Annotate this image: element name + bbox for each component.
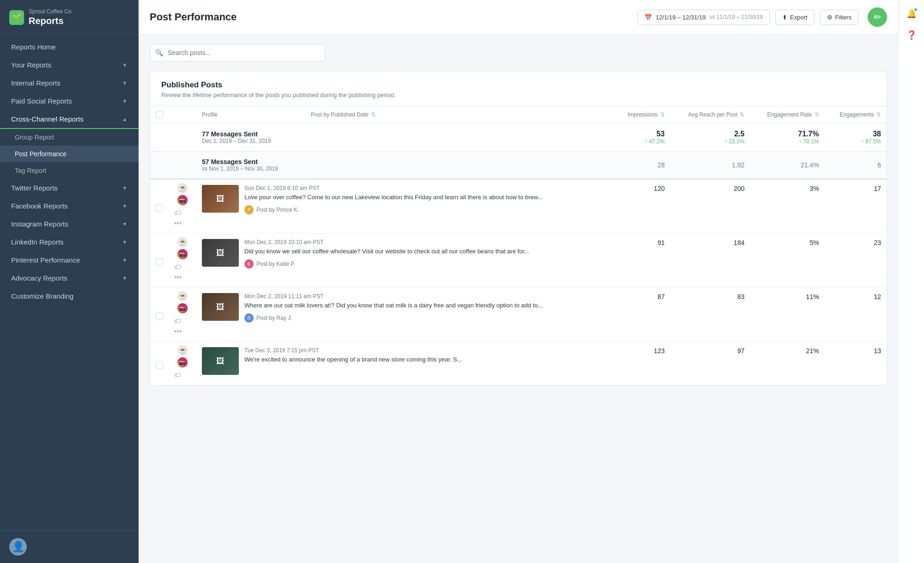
summary-impressions-change: ↑ 47.2% xyxy=(619,138,665,145)
company-name: Sprout Coffee Co. xyxy=(29,8,73,15)
sidebar-item-instagram[interactable]: Instagram Reports ▼ xyxy=(0,215,139,233)
platform-icons: ☕ 📷 xyxy=(174,183,191,205)
post-author: P Post by Prince K. xyxy=(244,205,608,214)
calendar-icon: 📅 xyxy=(644,14,652,21)
posts-card-title: Published Posts xyxy=(161,80,875,90)
chevron-down-icon: ▼ xyxy=(122,185,128,191)
summary-row-previous: 57 Messages Sent vs Nov 1, 2019 – Nov 30… xyxy=(150,152,887,179)
post-impressions: 91 xyxy=(614,233,670,288)
post-avg-reach: 83 xyxy=(670,288,750,342)
content-area: 🔍 Published Posts Review the lifetime pe… xyxy=(139,35,898,563)
chevron-down-icon: ▼ xyxy=(122,257,128,263)
prev-avg-reach: 1.92 xyxy=(676,161,745,169)
prev-eng-rate: 21.4% xyxy=(755,161,819,169)
tag-icon[interactable]: 🏷 xyxy=(174,371,182,379)
post-engagements: 13 xyxy=(825,342,887,386)
author-avatar: P xyxy=(244,205,254,214)
post-date: Tue Dec 3, 2019 7:15 pm PST xyxy=(244,347,608,354)
post-date: Mon Dec 2, 2019 11:11 am PST xyxy=(244,293,608,300)
post-date: Mon Dec 2, 2019 10:10 am PST xyxy=(244,239,608,245)
summary-eng-rate: 71.7% xyxy=(755,130,819,138)
avatar[interactable]: 👤 xyxy=(9,538,27,556)
top-bar: Post Performance 📅 12/1/19 – 12/31/19 vs… xyxy=(139,0,898,35)
chevron-down-icon: ▼ xyxy=(122,221,128,227)
notification-badge xyxy=(913,7,918,12)
prev-impressions: 28 xyxy=(619,161,665,169)
chevron-down-icon: ▼ xyxy=(122,80,128,86)
sidebar-item-group-report[interactable]: Group Report xyxy=(0,129,139,146)
filters-button[interactable]: ⚙ Filters xyxy=(820,10,858,25)
sidebar-item-twitter[interactable]: Twitter Reports ▼ xyxy=(0,179,139,197)
more-icon[interactable]: ••• xyxy=(174,327,182,335)
compose-button[interactable]: ✏ xyxy=(868,7,887,27)
chevron-up-icon: ▲ xyxy=(122,116,128,122)
sort-icon: ⇅ xyxy=(660,111,665,118)
right-bar: 🔔 ❓ xyxy=(898,0,924,563)
sidebar-item-linkedin[interactable]: LinkedIn Reports ▼ xyxy=(0,233,139,251)
select-all-checkbox[interactable] xyxy=(156,111,163,118)
summary-eng-rate-change: ↑ 70.1% xyxy=(755,138,819,145)
summary-avg-reach-change: ↑ 23.1% xyxy=(676,138,745,145)
col-profile: Profile xyxy=(196,106,305,123)
sidebar-item-tag-report[interactable]: Tag Report xyxy=(0,162,139,179)
sidebar-item-facebook[interactable]: Facebook Reports ▼ xyxy=(0,197,139,215)
export-button[interactable]: ⬆ Export xyxy=(775,10,815,25)
posts-card-header: Published Posts Review the lifetime perf… xyxy=(150,71,887,106)
instagram-icon: 📷 xyxy=(177,249,188,259)
date-range-button[interactable]: 📅 12/1/19 – 12/31/19 vs 11/1/19 – 11/30/… xyxy=(638,10,770,25)
summary-row-current: 77 Messages Sent Dec 1, 2019 – Dec 31, 2… xyxy=(150,123,887,152)
post-author: K Post by Katie P. xyxy=(244,259,608,269)
table-row: ☕ 📷 🏷 ••• 🖼 xyxy=(150,179,887,233)
col-post-date: Post by Published Date ⇅ xyxy=(305,106,614,123)
sidebar-item-post-performance[interactable]: Post Performance xyxy=(0,146,139,162)
table-wrap: Profile Post by Published Date ⇅ Impress… xyxy=(150,106,887,385)
author-avatar: K xyxy=(244,259,254,269)
post-engagements: 12 xyxy=(825,288,887,342)
bell-icon[interactable]: 🔔 xyxy=(903,6,920,22)
nav-section: Reports Home Your Reports ▼ Internal Rep… xyxy=(0,34,139,309)
post-impressions: 123 xyxy=(614,342,670,386)
summary-engagements: 38 xyxy=(830,130,881,138)
post-impressions: 87 xyxy=(614,288,670,342)
col-impressions: Impressions ⇅ xyxy=(614,106,670,123)
post-avg-reach: 200 xyxy=(670,179,750,233)
row-checkbox[interactable] xyxy=(156,361,163,369)
tag-icon[interactable]: 🏷 xyxy=(174,317,182,325)
post-avg-reach: 97 xyxy=(670,342,750,386)
sidebar-header: 🌱 Sprout Coffee Co. Reports xyxy=(0,0,139,34)
help-icon[interactable]: ❓ xyxy=(903,27,920,43)
search-input[interactable] xyxy=(150,44,325,61)
sidebar-item-advocacy[interactable]: Advocacy Reports ▼ xyxy=(0,269,139,287)
more-icon[interactable]: ••• xyxy=(174,273,182,281)
sidebar-item-customize-branding[interactable]: Customize Branding xyxy=(0,287,139,305)
sidebar-item-reports-home[interactable]: Reports Home xyxy=(0,38,139,56)
post-eng-rate: 3% xyxy=(750,179,824,233)
sort-icon: ⇅ xyxy=(740,111,744,118)
compose-icon: ✏ xyxy=(874,12,881,23)
row-checkbox[interactable] xyxy=(156,204,163,212)
col-avg-reach: Avg Reach per Post ⇅ xyxy=(670,106,750,123)
row-checkbox[interactable] xyxy=(156,312,163,320)
sidebar-item-internal-reports[interactable]: Internal Reports ▼ xyxy=(0,74,139,92)
chevron-down-icon: ▼ xyxy=(122,98,128,104)
sidebar-item-cross-channel[interactable]: Cross-Channel Reports ▲ xyxy=(0,110,139,129)
summary-current-label: 77 Messages Sent xyxy=(202,130,608,138)
post-engagements: 17 xyxy=(825,179,887,233)
sort-icon: ⇅ xyxy=(815,111,819,118)
post-thumbnail: 🖼 xyxy=(202,239,239,267)
more-icon[interactable]: ••• xyxy=(174,219,182,227)
coffee-icon: ☕ xyxy=(177,291,188,301)
search-icon: 🔍 xyxy=(155,49,163,56)
sidebar-item-pinterest[interactable]: Pinterest Performance ▼ xyxy=(0,251,139,269)
sidebar: 🌱 Sprout Coffee Co. Reports Reports Home… xyxy=(0,0,139,563)
post-thumbnail: 🖼 xyxy=(202,293,239,321)
page-title: Post Performance xyxy=(150,11,237,23)
chevron-down-icon: ▼ xyxy=(122,239,128,245)
tag-icon[interactable]: 🏷 xyxy=(174,209,182,217)
prev-engagements: 6 xyxy=(830,161,881,169)
sidebar-item-your-reports[interactable]: Your Reports ▼ xyxy=(0,56,139,74)
tag-icon[interactable]: 🏷 xyxy=(174,263,182,271)
date-range-label: 12/1/19 – 12/31/19 xyxy=(656,14,705,21)
sidebar-item-paid-social[interactable]: Paid Social Reports ▼ xyxy=(0,92,139,110)
row-checkbox[interactable] xyxy=(156,258,163,266)
